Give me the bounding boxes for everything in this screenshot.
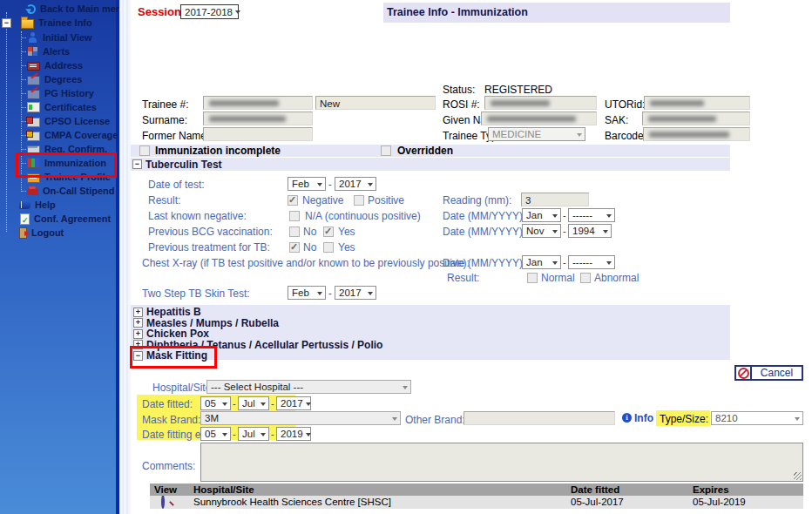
chevron-down-icon [606, 214, 612, 220]
bcg-month-select[interactable]: Nov [522, 224, 561, 238]
sidebar-item-trainee-info[interactable]: Trainee Info [21, 16, 92, 30]
two-step-month-value: Feb [292, 287, 309, 298]
sidebar-item-cmpa-coverage[interactable]: CMPA Coverage [27, 128, 118, 142]
expires-year-select[interactable]: 2019 [276, 427, 311, 441]
section-header-measles-mumps-rubella[interactable]: Measles / Mumps / Rubella [133, 318, 279, 328]
sidebar-item-degrees[interactable]: Degrees [27, 72, 82, 86]
chevron-down-icon [552, 230, 558, 236]
other-brand-field[interactable] [464, 411, 615, 425]
expand-icon[interactable] [133, 308, 143, 317]
mask-brand-label: Mask Brand: [142, 414, 200, 426]
expires-day-select[interactable]: 05 [200, 427, 231, 441]
resize-grip-icon[interactable] [794, 472, 802, 480]
sidebar-item-back-to-main-menu[interactable]: Back to Main menu [24, 2, 127, 16]
given-name-field[interactable] [481, 112, 597, 125]
view-cell[interactable] [150, 496, 189, 509]
mask-brand-value: 3M [205, 413, 219, 423]
rosi-field[interactable] [484, 96, 597, 110]
sidebar-item-label: Conf. Agreement [34, 213, 111, 224]
normal-checkbox[interactable] [527, 273, 538, 283]
fitted-year-select[interactable]: 2017 [276, 396, 311, 410]
sidebar-item-certificates[interactable]: Certificates [27, 100, 97, 114]
xray-year-select[interactable]: ------ [568, 255, 615, 269]
sidebar-item-on-call-stipend[interactable]: On-Call Stipend [27, 184, 115, 198]
expires-month-select[interactable]: Jul [238, 427, 269, 441]
bcg-no-checkbox[interactable] [289, 227, 300, 237]
bcg-year-select[interactable]: 1994 [568, 224, 612, 238]
trainee-type-select[interactable]: MEDICINE [488, 127, 585, 141]
chevron-down-icon [606, 261, 612, 267]
immunization-incomplete-checkbox[interactable] [139, 145, 150, 156]
sidebar-item-conf-agreement[interactable]: Conf. Agreement [19, 212, 111, 226]
xray-result-label: Result: [447, 272, 479, 284]
sidebar-item-initial-view[interactable]: Initial View [27, 30, 92, 44]
degrees-icon [27, 76, 40, 85]
sidebar-item-help[interactable]: Help [19, 198, 56, 212]
lkn-year-select[interactable]: ------ [568, 208, 615, 222]
abnormal-checkbox[interactable] [580, 273, 591, 283]
former-name-field[interactable] [203, 127, 313, 141]
sidebar-item-cpso-license[interactable]: CPSO License [27, 114, 110, 128]
overridden-checkbox[interactable] [381, 145, 391, 156]
two-step-label: Two Step TB Skin Test: [142, 287, 250, 300]
test-month-select[interactable]: Feb [288, 177, 326, 191]
sidebar-item-alerts[interactable]: Alerts [27, 44, 70, 58]
sak-field[interactable] [642, 112, 750, 125]
tuberculin-collapse-icon[interactable] [132, 159, 142, 169]
section-header-chicken-pox[interactable]: Chicken Pox [133, 328, 209, 339]
info-label[interactable]: Info [634, 412, 653, 424]
chevron-down-icon [317, 183, 322, 189]
session-select[interactable]: 2017-2018 [180, 4, 239, 19]
bcg-month-value: Nov [526, 226, 544, 236]
former-name-label: Former Name: [142, 130, 209, 142]
two-step-month-select[interactable]: Feb [288, 286, 326, 300]
new-field[interactable]: New [315, 96, 436, 110]
type-size-select[interactable]: 8210 [711, 411, 803, 425]
barcode-field[interactable] [643, 127, 750, 141]
chevron-down-icon [317, 292, 322, 298]
address-card-icon [27, 62, 40, 71]
hospital-select[interactable]: --- Select Hospital --- [206, 380, 411, 394]
tree-collapse-icon[interactable] [2, 18, 11, 28]
two-step-year-select[interactable]: 2017 [335, 286, 376, 300]
reading-field[interactable]: 3 [521, 193, 589, 206]
sidebar-item-logout[interactable]: Logout [19, 226, 64, 240]
view-magnifier-icon[interactable] [161, 496, 165, 509]
sidebar-item-address[interactable]: Address [27, 58, 83, 72]
result-label: Result: [148, 194, 180, 206]
bcg-yes-checkbox[interactable] [323, 227, 334, 237]
back-arrow-icon [24, 3, 36, 14]
immunization-page: Back to Main menuTrainee InfoInitial Vie… [0, 0, 812, 514]
chevron-down-icon [222, 433, 227, 439]
positive-checkbox[interactable] [354, 195, 364, 206]
cancel-icon-cell [736, 367, 752, 379]
treatment-no-checkbox[interactable] [289, 242, 300, 253]
annotation-box-mask-fitting [130, 346, 217, 369]
lkn-month-select[interactable]: Jan [522, 208, 561, 222]
na-checkbox[interactable] [289, 211, 300, 221]
comments-textarea[interactable] [200, 443, 803, 482]
sidebar-item-label: On-Call Stipend [43, 186, 115, 196]
negative-checkbox[interactable] [288, 195, 298, 206]
fitted-day-select[interactable]: 05 [200, 396, 231, 410]
treatment-yes-checkbox[interactable] [323, 242, 334, 253]
fitted-month-select[interactable]: Jul [238, 396, 269, 410]
xray-month-select[interactable]: Jan [522, 255, 561, 269]
sidebar-item-label: Help [35, 200, 56, 210]
xray-month-value: Jan [526, 257, 543, 267]
info-icon[interactable] [622, 413, 632, 423]
mask-brand-select[interactable]: 3M [200, 411, 401, 425]
test-year-select[interactable]: 2017 [335, 177, 376, 191]
sidebar-item-pg-history[interactable]: PG History [27, 86, 94, 100]
redacted-value [491, 100, 550, 106]
section-header-hepatitis-b[interactable]: Hepatitis B [133, 307, 201, 317]
surname-field[interactable] [203, 112, 313, 125]
sidebar-item-label: PG History [44, 88, 94, 98]
utorid-field[interactable] [644, 96, 750, 110]
cancel-button[interactable]: Cancel [734, 365, 803, 381]
chevron-down-icon [368, 183, 373, 189]
expand-icon[interactable] [133, 318, 143, 328]
treatment-no-label: No [303, 241, 316, 254]
trainee-number-field[interactable] [203, 96, 313, 110]
expand-icon[interactable] [133, 329, 143, 339]
